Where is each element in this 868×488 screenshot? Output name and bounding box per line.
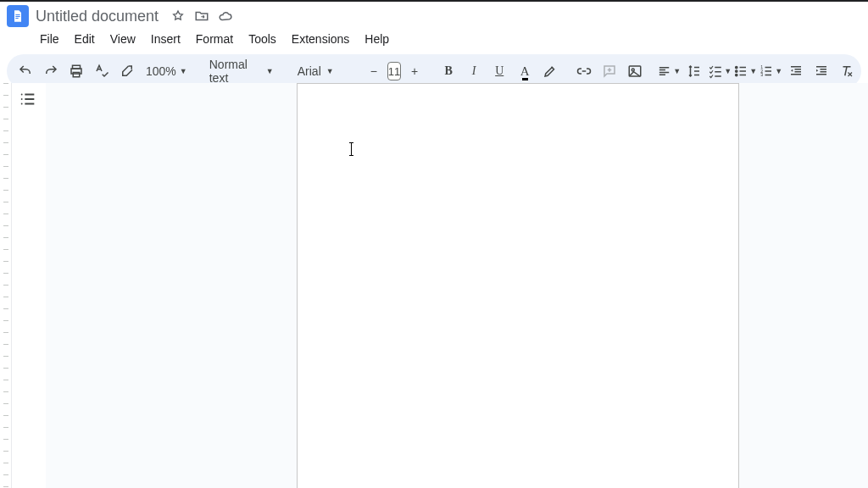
increase-indent-button[interactable] [810,59,833,83]
align-button[interactable]: ▼ [657,59,681,83]
docs-file-icon [11,8,25,25]
cloud-status-icon[interactable] [218,8,233,24]
chevron-down-icon: ▼ [326,67,334,75]
svg-point-9 [736,66,737,68]
menu-bar: File Edit View Insert Format Tools Exten… [0,27,868,54]
font-size-decrease[interactable]: − [362,59,386,83]
font-size-input[interactable]: 11 [387,62,401,80]
menu-help[interactable]: Help [359,29,395,49]
font-size-increase[interactable]: + [403,59,426,83]
italic-button[interactable]: I [462,59,486,83]
bulleted-list-button[interactable]: ▼ [733,59,757,83]
svg-point-8 [632,69,634,71]
svg-rect-3 [15,18,18,19]
underline-button[interactable]: U [487,59,511,83]
menu-tools[interactable]: Tools [242,29,282,49]
docs-logo[interactable] [7,5,29,27]
svg-text:3: 3 [760,72,763,77]
vertical-ruler[interactable] [0,83,12,488]
chevron-down-icon: ▼ [673,67,681,75]
menu-view[interactable]: View [104,29,142,49]
menu-file[interactable]: File [34,29,65,49]
clear-formatting-button[interactable] [835,59,859,83]
chevron-down-icon: ▼ [775,67,782,75]
show-outline-button[interactable] [19,90,39,110]
spellcheck-button[interactable] [90,59,114,83]
zoom-selector[interactable]: 100% ▼ [141,64,192,78]
numbered-list-button[interactable]: 123▼ [759,59,782,83]
highlight-color-button[interactable] [538,59,562,83]
workspace [0,83,868,488]
decrease-indent-button[interactable] [784,59,808,83]
insert-image-button[interactable] [623,59,647,83]
chevron-down-icon: ▼ [266,67,274,75]
title-bar: Untitled document [0,2,868,27]
bold-button[interactable]: B [437,59,460,83]
text-cursor [351,142,352,156]
folder-move-icon[interactable] [194,8,209,24]
undo-button[interactable] [14,59,37,83]
checklist-button[interactable]: ▼ [708,59,732,83]
chevron-down-icon: ▼ [724,67,732,75]
chevron-down-icon: ▼ [180,67,187,75]
paragraph-style-label: Normal text [209,58,261,85]
star-icon[interactable] [170,8,186,24]
svg-rect-1 [15,14,19,15]
document-page[interactable] [297,83,739,488]
menu-format[interactable]: Format [190,29,239,49]
text-color-button[interactable]: A [513,59,537,83]
font-family-label: Arial [298,64,321,78]
menu-edit[interactable]: Edit [69,29,101,49]
menu-insert[interactable]: Insert [145,29,186,49]
svg-rect-2 [15,16,19,17]
print-button[interactable] [64,59,88,83]
paint-format-button[interactable] [115,59,139,83]
line-spacing-button[interactable] [682,59,706,83]
svg-point-17 [21,103,23,105]
insert-link-button[interactable] [572,59,596,83]
chevron-down-icon: ▼ [749,67,757,75]
zoom-value: 100% [146,64,176,78]
svg-point-10 [736,70,737,72]
svg-point-16 [21,98,23,100]
document-title[interactable]: Untitled document [36,8,159,25]
menu-extensions[interactable]: Extensions [286,29,355,49]
add-comment-button[interactable] [598,59,621,83]
font-family-selector[interactable]: Arial ▼ [291,64,352,78]
redo-button[interactable] [39,59,63,83]
svg-point-15 [21,94,23,96]
svg-point-11 [736,74,737,75]
paragraph-style-selector[interactable]: Normal text ▼ [203,58,281,85]
outline-panel [12,83,46,488]
